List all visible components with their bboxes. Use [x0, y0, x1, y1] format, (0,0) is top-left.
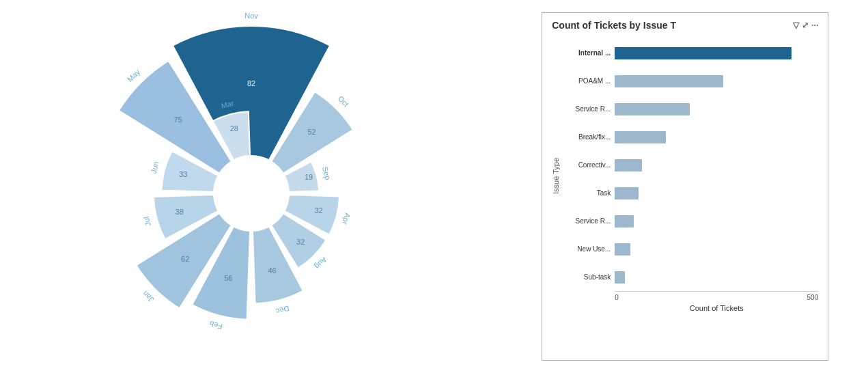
bar-label: Service R...	[563, 217, 611, 225]
more-icon[interactable]: ···	[811, 20, 818, 30]
bar-chart: Issue Type Internal ...POA&M ...Service …	[552, 39, 818, 312]
bar-row: Service R...	[563, 99, 818, 120]
bar-track	[615, 159, 818, 171]
bar-track	[615, 187, 818, 199]
bar-fill	[615, 131, 666, 143]
y-axis-label: Issue Type	[552, 158, 560, 194]
radial-value-label: 75	[173, 115, 182, 124]
radial-chart-panel: 82Nov52Oct19Sep32Apr32Aug46Dec56Feb62Jan…	[40, 0, 463, 373]
bar-label: New Use...	[563, 245, 611, 253]
radial-chart-container: 82Nov52Oct19Sep32Apr32Aug46Dec56Feb62Jan…	[67, 9, 436, 364]
filter-icon[interactable]: ▽	[793, 20, 799, 30]
bar-row: Task	[563, 183, 818, 204]
bar-row: Correctiv...	[563, 155, 818, 176]
bar-chart-panel: Count of Tickets by Issue T ▽ ⤢ ··· Issu…	[542, 12, 828, 361]
x-tick-500: 500	[807, 294, 819, 301]
radial-month-label: Nov	[244, 12, 258, 20]
bar-fill	[615, 243, 630, 255]
bar-track	[615, 131, 818, 143]
radial-value-label: 52	[307, 128, 316, 136]
radial-month-label: Apr	[341, 212, 352, 226]
radial-month-label: Sep	[321, 165, 333, 180]
bar-fill	[615, 103, 689, 115]
radial-month-label: Feb	[208, 320, 223, 331]
bar-label: Task	[563, 189, 611, 197]
bar-fill	[615, 215, 633, 227]
bar-row: POA&M ...	[563, 71, 818, 92]
radial-month-label: May	[126, 68, 142, 84]
x-axis-title: Count of Tickets	[615, 304, 818, 312]
radial-month-label: Aug	[313, 255, 328, 271]
bar-track	[615, 103, 818, 115]
radial-month-label: Jun	[149, 161, 160, 174]
bar-fill	[615, 75, 723, 87]
radial-value-label: 33	[179, 170, 187, 178]
bar-row: Internal ...	[563, 43, 818, 64]
bar-row: Sub-task	[563, 267, 818, 288]
radial-value-label: 62	[181, 255, 189, 263]
bar-track	[615, 243, 818, 255]
radial-value-label: 56	[224, 274, 232, 282]
bar-label: Correctiv...	[563, 161, 611, 169]
bar-track	[615, 215, 818, 227]
radial-value-label: 82	[247, 79, 255, 87]
radial-value-label: 46	[268, 266, 276, 275]
radial-month-label: Dec	[275, 304, 290, 316]
bar-label: Internal ...	[563, 49, 611, 57]
bar-track	[615, 271, 818, 284]
bar-label: Service R...	[563, 105, 611, 113]
radial-month-label: Jul	[141, 216, 152, 227]
x-axis-ticks: 0 500	[615, 291, 818, 301]
x-tick-0: 0	[615, 294, 619, 301]
bar-label: POA&M ...	[563, 77, 611, 85]
bar-label: Sub-task	[563, 273, 611, 281]
bar-row: Break/fix...	[563, 127, 818, 148]
bar-row: Service R...	[563, 211, 818, 232]
radial-month-label: Oct	[336, 94, 350, 109]
bar-fill	[615, 271, 625, 284]
radial-value-label: 32	[314, 206, 322, 215]
expand-icon[interactable]: ⤢	[802, 20, 809, 30]
radial-value-label: 28	[229, 124, 238, 133]
bar-fill	[615, 159, 642, 171]
radial-month-label: Jan	[141, 290, 155, 304]
bar-label: Break/fix...	[563, 133, 611, 141]
radial-value-label: 38	[175, 208, 183, 216]
bar-rows: Internal ...POA&M ...Service R...Break/f…	[563, 39, 818, 291]
chart-icons: ▽ ⤢ ···	[793, 20, 818, 30]
radial-value-label: 19	[305, 173, 313, 181]
bar-row: New Use...	[563, 239, 818, 260]
x-axis-area: 0 500 Count of Tickets	[615, 291, 818, 312]
chart-title-text: Count of Tickets by Issue T	[552, 20, 676, 31]
radial-value-label: 32	[296, 238, 305, 246]
radial-svg: 82Nov52Oct19Sep32Apr32Aug46Dec56Feb62Jan…	[67, 9, 436, 364]
bar-track	[615, 47, 818, 59]
radial-center-circle	[215, 157, 288, 230]
chart-title-area: Count of Tickets by Issue T ▽ ⤢ ···	[552, 20, 818, 31]
bar-fill	[615, 47, 791, 59]
bar-fill	[615, 187, 639, 199]
bar-track	[615, 75, 818, 87]
bar-chart-content: Internal ...POA&M ...Service R...Break/f…	[563, 39, 818, 312]
